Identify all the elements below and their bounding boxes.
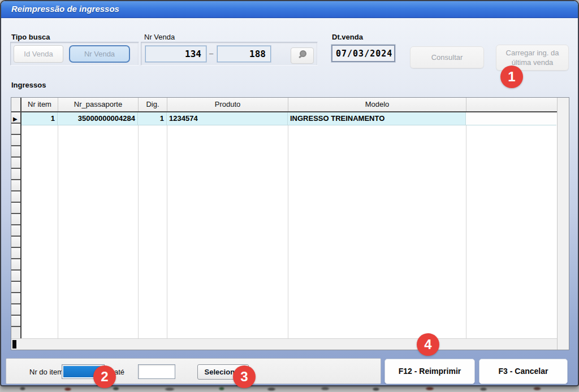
gutter-row-cell xyxy=(11,169,20,180)
ingressos-grid: Nr item Nr_passaporte Dig. Produto Model… xyxy=(11,97,569,350)
grid-body[interactable]: ▶ 1 35000000004284 1 1234574 INGRESSO TR… xyxy=(11,112,558,338)
annotation-badge-4: 4 xyxy=(417,333,439,356)
reimprimir-button[interactable]: F12 - Reimprimir xyxy=(384,359,475,384)
gutter-row-cell xyxy=(11,203,20,214)
grid-row-gutter xyxy=(11,112,21,338)
gutter-row-cell xyxy=(11,282,20,293)
cell-nr-item[interactable]: 1 xyxy=(21,112,58,125)
grid-horizontal-scrollbar[interactable] xyxy=(11,338,558,350)
column-header-empty xyxy=(466,98,558,111)
gutter-row-cell xyxy=(11,293,20,304)
column-header-produto[interactable]: Produto xyxy=(167,98,288,111)
nr-venda-label: Nr Venda xyxy=(144,33,175,41)
gutter-row-cell xyxy=(11,316,20,327)
cell-produto[interactable]: 1234574 xyxy=(167,112,288,125)
magnifier-icon xyxy=(297,49,308,63)
annotation-badge-1: 1 xyxy=(500,66,523,88)
gutter-row-cell xyxy=(11,146,20,158)
column-header-nr-item[interactable]: Nr item xyxy=(21,98,58,111)
dt-venda-label: Dt.venda xyxy=(332,33,363,41)
nr-venda-from-input[interactable]: 134 xyxy=(145,46,206,62)
cell-empty xyxy=(466,112,556,125)
gutter-row-cell xyxy=(11,248,20,259)
nr-do-item-to-input[interactable] xyxy=(138,364,175,379)
grid-header-row: Nr item Nr_passaporte Dig. Produto Model… xyxy=(11,98,558,112)
id-venda-button[interactable]: Id Venda xyxy=(14,45,63,63)
tipo-busca-label: Tipo busca xyxy=(11,33,50,41)
gutter-row-cell xyxy=(11,237,20,248)
annotation-badge-2: 2 xyxy=(93,365,116,388)
cell-nr-passaporte[interactable]: 35000000004284 xyxy=(58,112,138,125)
gutter-row-cell xyxy=(11,304,20,316)
gutter-row-cell xyxy=(11,180,20,191)
cell-dig[interactable]: 1 xyxy=(138,112,167,125)
gutter-row-cell xyxy=(11,271,20,282)
nr-venda-to-input[interactable]: 188 xyxy=(217,46,271,62)
gutter-row-cell xyxy=(11,135,20,146)
nr-do-item-label: Nr do item xyxy=(29,368,63,376)
annotation-badge-3: 3 xyxy=(233,365,256,388)
cell-modelo[interactable]: INGRESSO TREINAMENTO xyxy=(288,112,466,125)
column-header-dig[interactable]: Dig. xyxy=(139,98,167,111)
column-header-nr-passaporte[interactable]: Nr_passaporte xyxy=(58,98,139,111)
ingressos-label: Ingressos xyxy=(11,81,46,89)
grid-gutter-header xyxy=(11,98,21,111)
scrollbar-thumb[interactable] xyxy=(12,340,16,349)
gutter-row-cell xyxy=(11,191,20,203)
consultar-button[interactable]: Consultar xyxy=(410,46,484,68)
cancelar-button[interactable]: F3 - Cancelar xyxy=(479,359,568,384)
gutter-row-cell xyxy=(11,259,20,271)
dialog-titlebar[interactable]: Reimpressão de ingressos xyxy=(1,1,578,18)
gutter-row-cell xyxy=(11,225,20,237)
gutter-row-cell xyxy=(11,214,20,225)
search-button[interactable] xyxy=(291,47,314,64)
carregar-button-line1: Carregar ing. da xyxy=(496,48,568,58)
column-header-modelo[interactable]: Modelo xyxy=(288,98,466,111)
dialog-title: Reimpressão de ingressos xyxy=(11,4,119,14)
reprint-tickets-dialog: Reimpressão de ingressos Tipo busca Id V… xyxy=(0,0,579,386)
dt-venda-input[interactable]: 07/03/2024 xyxy=(331,45,395,62)
current-row-indicator-icon: ▶ xyxy=(13,112,20,125)
gutter-row-cell xyxy=(11,124,20,135)
nr-venda-button[interactable]: Nr Venda xyxy=(69,45,130,63)
table-row[interactable]: 1 35000000004284 1 1234574 INGRESSO TREI… xyxy=(21,112,556,125)
range-separator: – xyxy=(209,49,213,58)
grid-vertical-scrollbar[interactable] xyxy=(557,98,569,350)
gutter-row-cell xyxy=(11,158,20,169)
